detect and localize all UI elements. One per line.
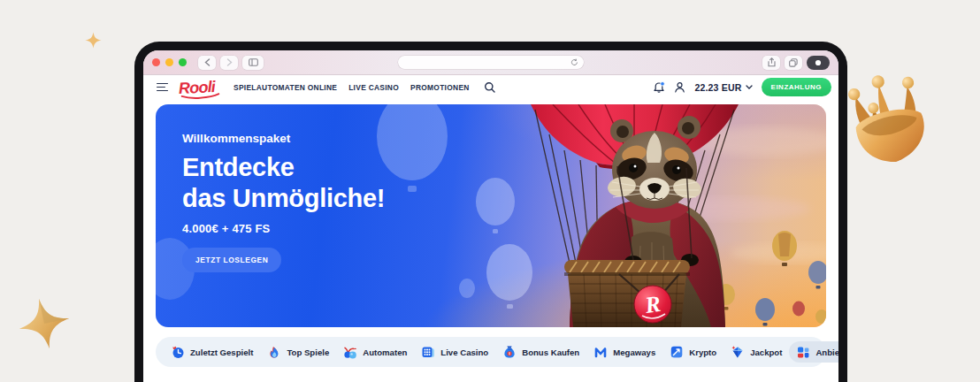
notifications-button[interactable]: [653, 81, 665, 94]
clock-icon: [171, 345, 185, 359]
nav-promotionen[interactable]: PROMOTIONEN: [410, 83, 470, 92]
browser-window: Rooli SPIELAUTOMATEN ONLINE LIVE CASINO …: [134, 42, 847, 382]
hero-title-line1: Entdecke: [182, 152, 385, 183]
search-icon[interactable]: [484, 81, 495, 93]
minimize-window-button[interactable]: [165, 58, 173, 66]
money-bag-icon: [502, 345, 517, 359]
toolbar-right-actions: [762, 56, 830, 70]
close-window-button[interactable]: [152, 58, 160, 66]
menu-icon[interactable]: [157, 83, 168, 92]
balloon-basket: [564, 260, 690, 327]
main-nav: SPIELAUTOMATEN ONLINE LIVE CASINO PROMOT…: [234, 83, 470, 92]
category-zuletzt-gespielt[interactable]: Zuletzt Gespielt: [164, 341, 260, 363]
hero-eyebrow: Willkommenspaket: [182, 132, 290, 145]
category-anbieter[interactable]: Anbieter: [789, 341, 838, 363]
diamond-icon: [731, 345, 745, 359]
address-bar[interactable]: [398, 56, 584, 69]
category-label: Live Casino: [440, 348, 488, 357]
category-label: Megaways: [613, 348, 655, 357]
share-button[interactable]: [762, 56, 780, 70]
category-megaways[interactable]: Megaways: [586, 341, 662, 363]
site-header: Rooli SPIELAUTOMATEN ONLINE LIVE CASINO …: [143, 75, 838, 99]
logo[interactable]: Rooli: [179, 78, 216, 96]
category-label: Jackpot: [750, 348, 782, 357]
category-bar: Zuletzt Gespielt Top Spiele Automaten: [156, 337, 826, 367]
category-label: Anbieter: [815, 348, 838, 357]
nav-spielautomaten[interactable]: SPIELAUTOMATEN ONLINE: [234, 83, 337, 92]
person-icon: [674, 81, 685, 93]
tabs-button[interactable]: [785, 56, 802, 70]
hero-bonus-text: 4.000€ + 475 FS: [182, 222, 271, 235]
trend-chart-icon: [670, 345, 684, 359]
sparkle-icon: [85, 32, 102, 49]
hero-cta-button[interactable]: JETZT LOSLEGEN: [182, 248, 281, 272]
megaways-m-icon: [593, 345, 608, 359]
cherries-icon: [343, 345, 357, 359]
category-automaten[interactable]: Automaten: [336, 341, 414, 363]
back-icon: [204, 58, 211, 66]
account-button[interactable]: [674, 81, 685, 93]
crown-decoration: [843, 71, 933, 173]
category-label: Automaten: [363, 348, 407, 357]
category-label: Top Spiele: [287, 348, 329, 357]
forward-icon: [226, 58, 233, 66]
header-actions: 22.23 EUR EINZAHLUNG: [653, 78, 831, 96]
nav-live-casino[interactable]: LIVE CASINO: [348, 83, 399, 92]
star-decoration: [12, 292, 75, 355]
forward-button[interactable]: [220, 56, 238, 70]
bingo-card-icon: [421, 345, 435, 359]
category-live-casino[interactable]: Live Casino: [414, 341, 495, 363]
traffic-lights: [152, 58, 187, 66]
category-jackpot[interactable]: Jackpot: [724, 341, 789, 363]
category-bonus-kaufen[interactable]: Bonus Kaufen: [495, 341, 586, 363]
bell-icon: [653, 81, 665, 94]
balance-value: 22.23 EUR: [694, 82, 741, 93]
category-top-spiele[interactable]: Top Spiele: [260, 341, 336, 363]
page-background: Rooli SPIELAUTOMATEN ONLINE LIVE CASINO …: [0, 0, 980, 382]
back-button[interactable]: [198, 56, 216, 70]
sidebar-button[interactable]: [242, 56, 264, 70]
flame-icon: [267, 345, 281, 359]
reload-icon: [570, 58, 578, 66]
browser-screen: Rooli SPIELAUTOMATEN ONLINE LIVE CASINO …: [143, 50, 838, 382]
zoom-window-button[interactable]: [179, 58, 187, 66]
category-label: Bonus Kaufen: [522, 348, 579, 357]
chevron-down-icon: [746, 85, 753, 89]
deposit-button[interactable]: EINZAHLUNG: [762, 78, 831, 96]
browser-toolbar: [143, 50, 838, 75]
record-icon: [815, 59, 822, 66]
category-label: Krypto: [689, 348, 716, 357]
providers-grid-icon: [796, 345, 810, 359]
sidebar-icon: [249, 58, 258, 66]
hero-title: Entdecke das Unmögliche!: [182, 152, 385, 214]
record-button[interactable]: [807, 56, 830, 70]
hero-banner: R Willkommenspaket Entdecke das Unmöglic…: [156, 104, 826, 327]
hero-title-line2: das Unmögliche!: [182, 183, 385, 214]
share-icon: [768, 57, 776, 67]
tabs-icon: [789, 58, 798, 67]
category-label: Zuletzt Gespielt: [190, 348, 253, 357]
balance-dropdown[interactable]: 22.23 EUR: [694, 82, 752, 93]
category-krypto[interactable]: Krypto: [662, 341, 724, 363]
